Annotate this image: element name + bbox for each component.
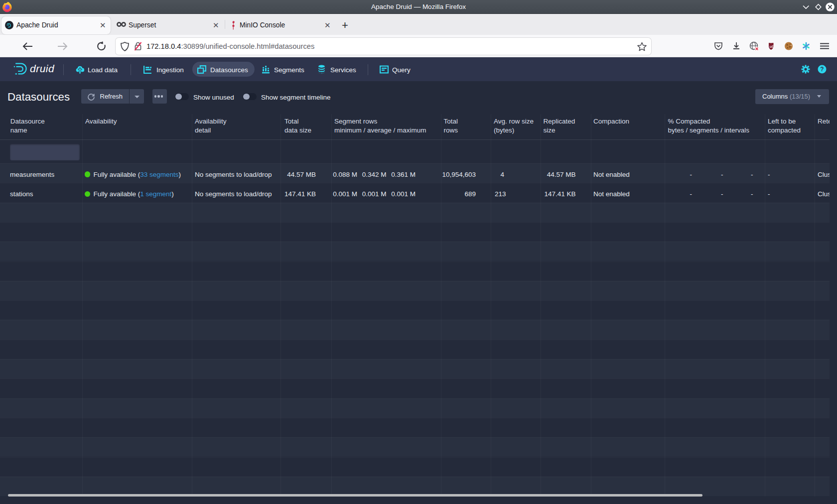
svg-text:?: ? (820, 66, 824, 73)
svg-text:u0: u0 (770, 44, 774, 49)
